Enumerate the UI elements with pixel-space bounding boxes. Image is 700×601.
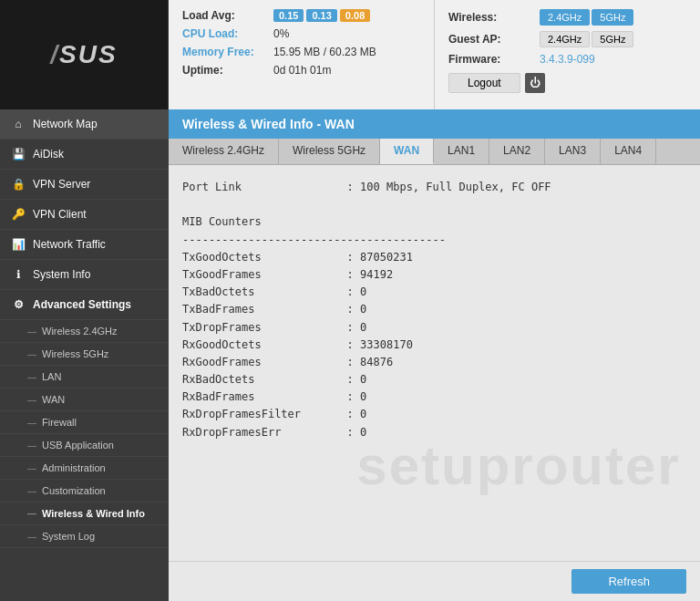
sidebar-label-wireless-5: Wireless 5GHz [42,348,108,359]
traffic-icon: 📊 [11,237,26,252]
power-icon[interactable]: ⏻ [525,73,545,93]
sidebar-item-firewall[interactable]: Firewall [0,411,169,434]
vpn-server-icon: 🔒 [11,177,26,192]
wireless-btn-group: 2.4GHz 5GHz [540,9,633,26]
memory-row: Memory Free: 15.95 MB / 60.23 MB [182,46,420,58]
guest-ap-row: Guest AP: 2.4GHz 5GHz [448,31,686,47]
sidebar-label-system-log: System Log [42,531,95,542]
refresh-button[interactable]: Refresh [571,569,686,594]
sidebar-item-network-traffic[interactable]: 📊 Network Traffic [0,230,169,260]
sidebar-label-administration: Administration [42,462,106,473]
sidebar-item-system-log[interactable]: System Log [0,525,169,548]
cpu-label: CPU Load: [182,27,273,40]
sidebar-item-wireless-24[interactable]: Wireless 2.4GHz [0,320,169,343]
main-layout: ⌂ Network Map 💾 AiDisk 🔒 VPN Server 🔑 VP… [0,109,700,601]
sidebar-item-administration[interactable]: Administration [0,457,169,480]
logout-area: Logout ⏻ [448,73,686,93]
load-badges: 0.15 0.13 0.08 [273,9,370,22]
uptime-value: 0d 01h 01m [273,64,331,77]
sidebar-item-wireless-5[interactable]: Wireless 5GHz [0,343,169,366]
sidebar-label-network-map: Network Map [33,118,98,130]
guest-ap-5g-btn[interactable]: 5GHz [592,31,633,47]
tab-lan1[interactable]: LAN1 [434,139,489,164]
sidebar-label-wan: WAN [42,394,65,405]
top-header: /SUS Load Avg: 0.15 0.13 0.08 CPU Load: … [0,0,700,109]
info-icon: ℹ [11,267,26,282]
load-avg-label: Load Avg: [182,9,273,22]
cpu-row: CPU Load: 0% [182,27,420,40]
sidebar-label-wireless-wired-info: Wireless & Wired Info [42,508,145,519]
sidebar-label-customization: Customization [42,485,106,496]
refresh-bar: Refresh [169,561,700,601]
sidebar-item-lan[interactable]: LAN [0,366,169,389]
content-area: Wireless & Wired Info - WAN Wireless 2.4… [169,109,700,601]
content-pre: Port Link : 100 Mbps, Full Duplex, FC OF… [182,179,686,441]
uptime-row: Uptime: 0d 01h 01m [182,64,420,77]
status-right: Wireless: 2.4GHz 5GHz Guest AP: 2.4GHz 5… [434,0,700,109]
sidebar-label-network-traffic: Network Traffic [33,238,106,251]
uptime-label: Uptime: [182,64,273,77]
sidebar-label-lan: LAN [42,371,61,382]
sidebar-item-advanced-settings[interactable]: ⚙ Advanced Settings [0,290,169,320]
tab-bar: Wireless 2.4GHz Wireless 5GHz WAN LAN1 L… [169,139,700,165]
tab-lan2[interactable]: LAN2 [489,139,545,164]
logout-button[interactable]: Logout [448,73,520,93]
tab-lan4[interactable]: LAN4 [601,139,656,164]
disk-icon: 💾 [11,147,26,161]
sidebar-item-aidisk[interactable]: 💾 AiDisk [0,140,169,170]
content-body: Port Link : 100 Mbps, Full Duplex, FC OF… [169,165,700,455]
sidebar-label-wireless-24: Wireless 2.4GHz [42,326,118,337]
sidebar-label-advanced-settings: Advanced Settings [33,298,131,311]
sidebar-label-usb-application: USB Application [42,440,114,451]
wireless-label: Wireless: [448,11,540,24]
guest-ap-24-btn[interactable]: 2.4GHz [540,31,590,47]
sidebar-label-vpn-client: VPN Client [33,208,87,221]
sidebar-label-firewall: Firewall [42,417,77,428]
guest-ap-label: Guest AP: [448,33,540,46]
vpn-client-icon: 🔑 [11,207,26,222]
sidebar-item-vpn-server[interactable]: 🔒 VPN Server [0,170,169,200]
firmware-value[interactable]: 3.4.3.9-099 [540,53,595,66]
load-avg-row: Load Avg: 0.15 0.13 0.08 [182,9,420,22]
tab-wan[interactable]: WAN [380,139,434,164]
firmware-row: Firmware: 3.4.3.9-099 [448,53,686,66]
content-title: Wireless & Wired Info - WAN [169,109,700,139]
status-left: Load Avg: 0.15 0.13 0.08 CPU Load: 0% Me… [169,0,434,109]
sidebar-item-usb-application[interactable]: USB Application [0,434,169,457]
sidebar-item-system-info[interactable]: ℹ System Info [0,260,169,290]
sidebar-label-system-info: System Info [33,268,90,281]
wireless-5g-btn[interactable]: 5GHz [592,9,633,26]
gear-icon: ⚙ [11,297,26,312]
tab-wireless-5[interactable]: Wireless 5GHz [279,139,380,164]
logo: /SUS [50,40,117,69]
sidebar-label-vpn-server: VPN Server [33,178,90,191]
logo-area: /SUS [0,0,169,109]
load-badge-3: 0.08 [340,9,370,22]
sidebar: ⌂ Network Map 💾 AiDisk 🔒 VPN Server 🔑 VP… [0,109,169,601]
wireless-row: Wireless: 2.4GHz 5GHz [448,9,686,26]
tab-wireless-24[interactable]: Wireless 2.4GHz [169,139,279,164]
sidebar-label-aidisk: AiDisk [33,148,64,161]
sidebar-item-wan[interactable]: WAN [0,389,169,411]
load-badge-2: 0.13 [306,9,336,22]
sidebar-item-network-map[interactable]: ⌂ Network Map [0,109,169,140]
cpu-value: 0% [273,27,289,40]
firmware-label: Firmware: [448,53,540,66]
guest-ap-btn-group: 2.4GHz 5GHz [540,31,633,47]
memory-label: Memory Free: [182,46,273,58]
tab-lan3[interactable]: LAN3 [545,139,601,164]
memory-value: 15.95 MB / 60.23 MB [273,46,376,58]
sidebar-item-wireless-wired-info[interactable]: Wireless & Wired Info [0,503,169,525]
sidebar-item-vpn-client[interactable]: 🔑 VPN Client [0,200,169,230]
sidebar-item-customization[interactable]: Customization [0,480,169,503]
home-icon: ⌂ [11,117,26,131]
load-badge-1: 0.15 [273,9,304,22]
wireless-24-btn[interactable]: 2.4GHz [540,9,590,26]
